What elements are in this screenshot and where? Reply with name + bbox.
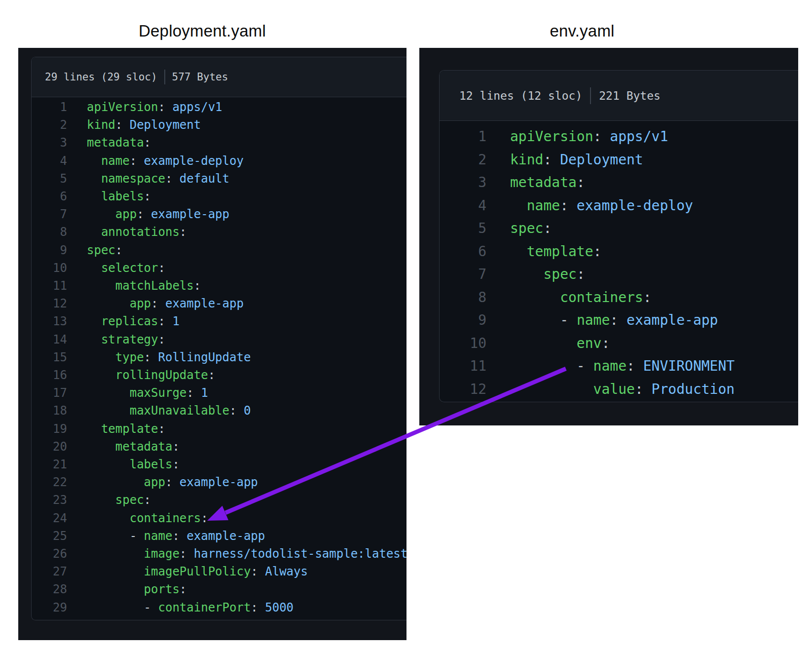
code-line: 7 spec: (440, 263, 798, 286)
code-text: app: example-app (87, 473, 258, 491)
code-line: 5spec: (440, 217, 798, 240)
code-text: app: example-app (87, 205, 229, 223)
left-file-title: Deployment.yaml (139, 22, 266, 40)
code-line: 4 name: example-deploy (440, 194, 798, 218)
code-line: 6 template: (440, 240, 798, 264)
code-line: 14 strategy: (32, 331, 406, 348)
code-text: maxSurge: 1 (87, 384, 208, 402)
line-number: 3 (440, 171, 486, 194)
line-number: 26 (32, 545, 67, 563)
line-number: 22 (32, 473, 67, 491)
code-line: 23 spec: (32, 491, 406, 509)
code-text: labels: (87, 456, 180, 473)
code-line: 17 maxSurge: 1 (32, 384, 406, 402)
line-number: 5 (440, 217, 486, 240)
left-file-header: 29 lines (29 sloc) 577 Bytes (32, 57, 406, 97)
line-number: 11 (32, 277, 67, 295)
line-number: 7 (32, 205, 67, 223)
code-line: 1apiVersion: apps/v1 (440, 125, 798, 149)
code-text: type: RollingUpdate (87, 348, 251, 366)
line-number: 5 (32, 170, 67, 188)
line-number: 4 (32, 152, 67, 170)
right-code-area: 1apiVersion: apps/v12kind: Deployment3me… (440, 121, 798, 401)
line-number: 17 (32, 384, 67, 402)
code-text: metadata: (87, 134, 151, 152)
line-number: 16 (32, 366, 67, 384)
header-divider (590, 87, 591, 104)
code-line: 26 image: harness/todolist-sample:latest (32, 545, 406, 563)
code-line: 4 name: example-deploy (32, 152, 406, 170)
code-line: 22 app: example-app (32, 473, 406, 491)
code-line: 9 - name: example-app (440, 309, 798, 332)
line-number: 4 (440, 194, 486, 218)
code-line: 2kind: Deployment (440, 149, 798, 172)
code-text: spec: (87, 491, 151, 509)
code-line: 19 template: (32, 420, 406, 438)
code-text: metadata: (510, 171, 585, 194)
code-line: 9spec: (32, 241, 406, 259)
left-file-line-count: 29 lines (29 sloc) (45, 71, 157, 83)
code-text: namespace: default (87, 170, 229, 188)
code-line: 20 metadata: (32, 438, 406, 456)
line-number: 3 (32, 134, 67, 152)
line-number: 29 (32, 599, 67, 616)
left-code-panel: 29 lines (29 sloc) 577 Bytes 1apiVersion… (18, 48, 406, 640)
code-line: 29 - containerPort: 5000 (32, 599, 406, 616)
line-number: 13 (32, 312, 67, 330)
code-line: 21 labels: (32, 456, 406, 473)
code-line: 13 replicas: 1 (32, 312, 406, 330)
code-line: 24 containers: (32, 509, 406, 527)
line-number: 15 (32, 348, 67, 366)
line-number: 28 (32, 580, 67, 598)
code-line: 15 type: RollingUpdate (32, 348, 406, 366)
line-number: 6 (440, 240, 486, 264)
line-number: 1 (32, 98, 67, 116)
code-text: value: Production (510, 378, 735, 401)
code-text: containers: (510, 286, 652, 309)
line-number: 6 (32, 188, 67, 205)
code-line: 3metadata: (440, 171, 798, 194)
code-text: metadata: (87, 438, 180, 456)
code-text: name: example-deploy (510, 194, 693, 218)
line-number: 14 (32, 331, 67, 348)
line-number: 7 (440, 263, 486, 286)
right-file-box: 12 lines (12 sloc) 221 Bytes 1apiVersion… (439, 70, 798, 402)
line-number: 10 (32, 259, 67, 277)
code-line: 6 labels: (32, 188, 406, 205)
code-text: rollingUpdate: (87, 366, 215, 384)
line-number: 1 (440, 125, 486, 149)
right-file-title: env.yaml (550, 22, 614, 40)
code-line: 18 maxUnavailable: 0 (32, 402, 406, 420)
code-text: strategy: (87, 331, 165, 348)
line-number: 11 (440, 355, 486, 378)
code-text: replicas: 1 (87, 312, 180, 330)
code-text: name: example-deploy (87, 152, 244, 170)
code-line: 12 value: Production (440, 378, 798, 401)
code-line: 27 imagePullPolicy: Always (32, 563, 406, 580)
code-text: apiVersion: apps/v1 (510, 125, 668, 149)
code-line: 10 selector: (32, 259, 406, 277)
code-line: 5 namespace: default (32, 170, 406, 188)
line-number: 8 (440, 286, 486, 309)
code-line: 10 env: (440, 332, 798, 355)
code-line: 3metadata: (32, 134, 406, 152)
line-number: 8 (32, 223, 67, 241)
line-number: 12 (32, 295, 67, 312)
code-line: 1apiVersion: apps/v1 (32, 98, 406, 116)
code-text: imagePullPolicy: Always (87, 563, 308, 580)
line-number: 27 (32, 563, 67, 580)
line-number: 24 (32, 509, 67, 527)
code-text: spec: (87, 241, 122, 259)
code-text: annotations: (87, 223, 186, 241)
line-number: 2 (440, 149, 486, 172)
code-text: ports: (87, 580, 186, 598)
code-line: 12 app: example-app (32, 295, 406, 312)
left-file-size: 577 Bytes (172, 71, 228, 83)
line-number: 25 (32, 527, 67, 545)
code-text: template: (87, 420, 165, 438)
code-text: - name: example-app (87, 527, 265, 545)
code-text: - name: example-app (510, 309, 718, 332)
code-line: 8 annotations: (32, 223, 406, 241)
header-divider (164, 70, 165, 84)
code-line: 28 ports: (32, 580, 406, 598)
